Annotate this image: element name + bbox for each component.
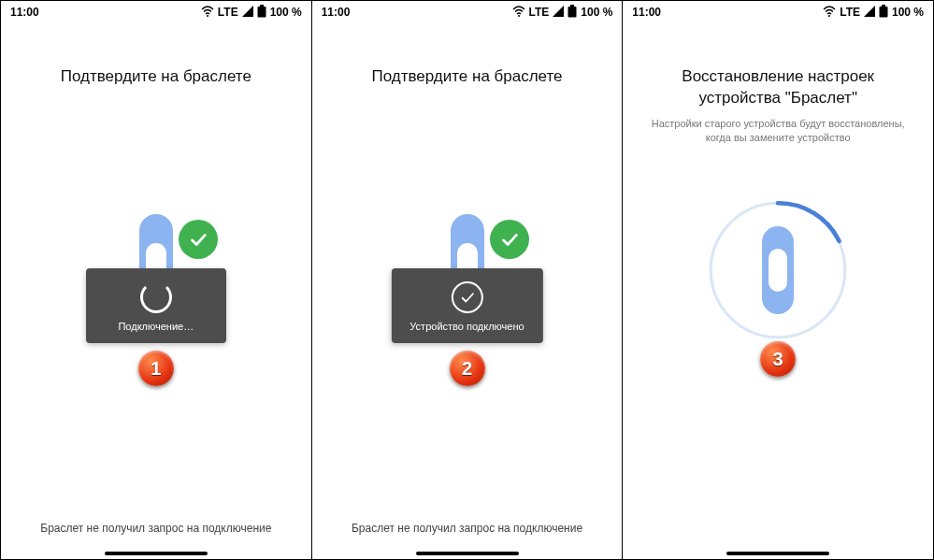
status-bar: 11:00 LTE 100 %	[623, 1, 933, 23]
nav-indicator	[416, 552, 519, 555]
status-right: LTE 100 %	[512, 5, 613, 21]
step-marker-3: 3	[760, 341, 796, 377]
spinner-icon	[140, 281, 172, 313]
svg-point-0	[207, 15, 208, 17]
success-check-icon	[179, 220, 218, 259]
status-time: 11:00	[322, 6, 351, 19]
svg-rect-5	[568, 7, 577, 18]
toast-text: Устройство подключено	[410, 321, 524, 332]
network-label: LTE	[218, 6, 238, 19]
battery-label: 100 %	[270, 6, 302, 19]
page-title: Подтвердите на браслете	[352, 66, 581, 88]
nav-indicator	[726, 552, 829, 555]
svg-point-3	[518, 15, 520, 17]
nav-indicator	[105, 552, 208, 555]
signal-icon	[242, 6, 253, 20]
svg-point-6	[828, 15, 830, 17]
connected-toast: Устройство подключено	[391, 268, 542, 343]
svg-rect-2	[257, 7, 266, 18]
content-area: Подтвердите на браслете Устройство подкл…	[312, 23, 623, 559]
status-right: LTE 100 %	[823, 5, 924, 21]
wifi-icon	[512, 6, 525, 20]
status-bar: 11:00 LTE 100 %	[312, 1, 623, 23]
battery-label: 100 %	[581, 6, 612, 19]
signal-icon	[553, 6, 564, 20]
svg-rect-4	[570, 5, 574, 7]
status-right: LTE 100 %	[201, 5, 302, 21]
network-label: LTE	[529, 6, 550, 19]
battery-icon	[257, 5, 266, 21]
svg-rect-8	[879, 7, 887, 18]
progress-ring	[705, 197, 851, 343]
check-outline-icon	[451, 281, 482, 313]
footer-message[interactable]: Браслет не получил запрос на подключение	[312, 522, 623, 535]
content-area: Подтвердите на браслете Подключение… 1 Б…	[1, 23, 311, 559]
battery-icon	[879, 5, 888, 21]
screen-1: 11:00 LTE 100 % Подтвердите на браслете	[1, 1, 311, 559]
status-bar: 11:00 LTE 100 %	[1, 1, 311, 23]
toast-text: Подключение…	[118, 321, 194, 332]
screen-2: 11:00 LTE 100 % Подтвердите на браслете	[311, 1, 623, 559]
battery-icon	[568, 5, 577, 21]
signal-icon	[864, 6, 875, 20]
svg-rect-1	[260, 5, 264, 7]
footer-message[interactable]: Браслет не получил запрос на подключение	[1, 522, 311, 535]
status-time: 11:00	[10, 6, 39, 19]
connecting-toast: Подключение…	[86, 268, 226, 343]
screen-3: 11:00 LTE 100 % Восстановление настроек …	[622, 1, 933, 559]
status-time: 11:00	[632, 6, 661, 19]
wifi-icon	[201, 6, 214, 20]
success-check-icon	[490, 220, 529, 259]
page-subtitle: Настройки старого устройства будут восст…	[623, 117, 933, 146]
page-title: Подтвердите на браслете	[42, 66, 270, 88]
band-icon	[762, 226, 794, 314]
wifi-icon	[823, 6, 836, 20]
step-marker-2: 2	[450, 351, 485, 386]
svg-rect-7	[882, 5, 885, 7]
battery-label: 100 %	[892, 6, 924, 19]
network-label: LTE	[840, 6, 860, 19]
content-area: Восстановление настроек устройства "Брас…	[623, 23, 933, 559]
step-marker-1: 1	[138, 351, 174, 386]
page-title: Восстановление настроек устройства "Брас…	[623, 66, 933, 109]
